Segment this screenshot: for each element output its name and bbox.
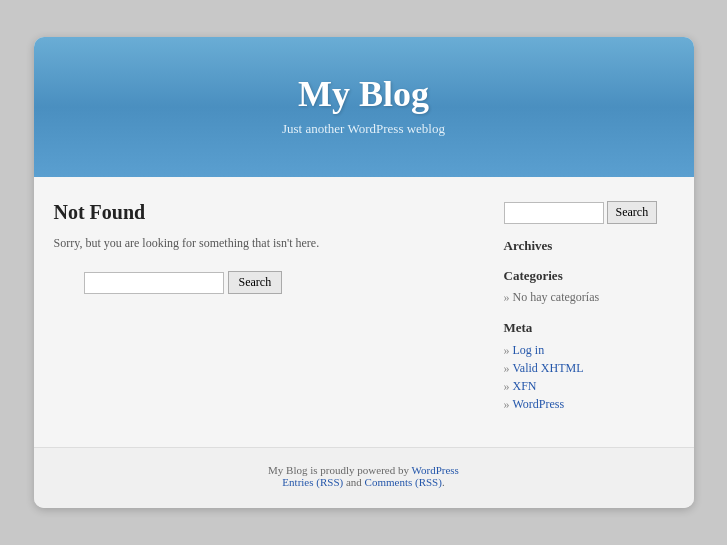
site-title: My Blog (54, 73, 674, 115)
site-header: My Blog Just another WordPress weblog (34, 37, 694, 177)
categories-empty: No hay categorías (504, 289, 674, 306)
main-search-input[interactable] (84, 272, 224, 294)
content-area: Not Found Sorry, but you are looking for… (34, 177, 694, 447)
footer-line2: Entries (RSS) and Comments (RSS). (54, 476, 674, 488)
footer-and: and (343, 476, 364, 488)
footer-entries-link[interactable]: Entries (RSS) (282, 476, 343, 488)
footer-wordpress-link[interactable]: WordPress (412, 464, 459, 476)
meta-link-xhtml[interactable]: Valid XHTML (513, 361, 584, 375)
sidebar-search-input[interactable] (504, 202, 604, 224)
footer-comments-link[interactable]: Comments (RSS) (365, 476, 442, 488)
meta-link-login[interactable]: Log in (513, 343, 545, 357)
footer-text: My Blog is proudly powered by (268, 464, 411, 476)
sidebar-search-form: Search (504, 201, 674, 224)
categories-title: Categories (504, 268, 674, 284)
main-search-form: Search (84, 271, 484, 294)
meta-link-xfn[interactable]: XFN (513, 379, 537, 393)
meta-title: Meta (504, 320, 674, 336)
meta-link-wordpress[interactable]: WordPress (513, 397, 565, 411)
meta-item-xhtml: » Valid XHTML (504, 359, 674, 377)
sidebar-search-button[interactable]: Search (607, 201, 658, 224)
sidebar-meta: Meta » Log in » Valid XHTML » XFN » Word… (504, 320, 674, 413)
sidebar-archives: Archives (504, 238, 674, 254)
archives-title: Archives (504, 238, 674, 254)
meta-item-login: » Log in (504, 341, 674, 359)
sidebar-categories: Categories No hay categorías (504, 268, 674, 306)
meta-item-xfn: » XFN (504, 377, 674, 395)
main-search-button[interactable]: Search (228, 271, 283, 294)
not-found-title: Not Found (54, 201, 484, 224)
site-footer: My Blog is proudly powered by WordPress … (34, 447, 694, 508)
site-tagline: Just another WordPress weblog (54, 121, 674, 137)
page-wrapper: My Blog Just another WordPress weblog No… (34, 37, 694, 508)
not-found-message: Sorry, but you are looking for something… (54, 236, 484, 251)
footer-line1: My Blog is proudly powered by WordPress (54, 464, 674, 476)
sidebar: Search Archives Categories No hay catego… (504, 201, 674, 427)
main-content: Not Found Sorry, but you are looking for… (54, 201, 484, 427)
meta-item-wordpress: » WordPress (504, 395, 674, 413)
footer-period: . (442, 476, 445, 488)
